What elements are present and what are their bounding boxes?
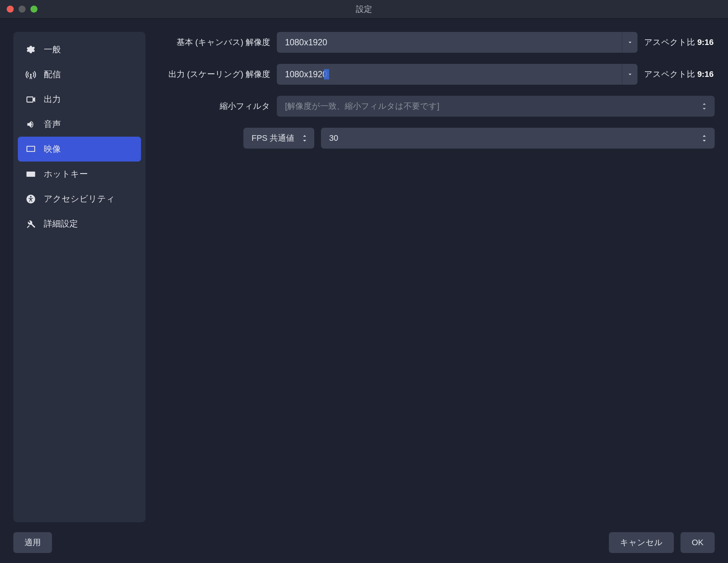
- output-resolution-label: 出力 (スケーリング) 解像度: [159, 69, 270, 80]
- output-resolution-combo[interactable]: 1080x1920: [277, 64, 637, 85]
- chevron-up-icon: [302, 134, 307, 138]
- downscale-filter-select[interactable]: [解像度が一致、縮小フィルタは不要です]: [277, 96, 715, 117]
- output-resolution-input[interactable]: 1080x1920: [277, 64, 622, 85]
- downscale-filter-stepper[interactable]: [698, 102, 711, 111]
- content-area: 一般 配信 出力 音声: [0, 19, 728, 522]
- close-window-icon[interactable]: [7, 6, 14, 13]
- maximize-window-icon[interactable]: [30, 6, 37, 13]
- downscale-filter-value: [解像度が一致、縮小フィルタは不要です]: [285, 101, 698, 112]
- sidebar-item-label: 一般: [44, 44, 61, 55]
- base-resolution-combo[interactable]: 1080x1920: [277, 32, 637, 53]
- settings-window: 設定 一般 配信 出力: [0, 0, 728, 563]
- chevron-down-icon: [702, 107, 707, 111]
- window-controls: [0, 6, 37, 13]
- tools-icon: [25, 218, 36, 230]
- fps-value-stepper[interactable]: [698, 134, 711, 143]
- row-base-resolution: 基本 (キャンバス) 解像度 1080x1920 アスペクト比 9:16: [159, 32, 715, 53]
- aspect-label: アスペクト比: [644, 69, 695, 79]
- row-output-resolution: 出力 (スケーリング) 解像度 1080x1920 アスペクト比 9:16: [159, 64, 715, 85]
- window-title: 設定: [356, 4, 372, 15]
- accessibility-icon: [25, 193, 36, 205]
- chevron-down-icon: [627, 71, 633, 78]
- chevron-down-icon: [702, 139, 707, 143]
- footer: 適用 キャンセル OK: [0, 522, 728, 563]
- sidebar-item-label: 配信: [44, 69, 61, 80]
- monitor-icon: [25, 144, 36, 155]
- sidebar-item-label: 出力: [44, 94, 61, 105]
- sidebar-item-label: 詳細設定: [44, 218, 78, 230]
- titlebar: 設定: [0, 0, 728, 19]
- sidebar-item-output[interactable]: 出力: [18, 87, 141, 112]
- chevron-down-icon: [302, 139, 307, 143]
- cancel-button[interactable]: キャンセル: [609, 532, 674, 553]
- keyboard-icon: [25, 169, 36, 180]
- sidebar-item-label: 映像: [44, 143, 61, 155]
- row-fps: FPS 共通値 30: [159, 128, 715, 149]
- aspect-value: 9:16: [697, 38, 714, 47]
- output-resolution-aspect: アスペクト比 9:16: [644, 69, 715, 80]
- fps-type-label: FPS 共通値: [252, 133, 294, 144]
- sidebar-item-label: ホットキー: [44, 168, 88, 180]
- sidebar-item-hotkeys[interactable]: ホットキー: [18, 162, 141, 186]
- base-resolution-label: 基本 (キャンバス) 解像度: [159, 37, 270, 48]
- sidebar-item-video[interactable]: 映像: [18, 137, 141, 162]
- main-panel: 基本 (キャンバス) 解像度 1080x1920 アスペクト比 9:16 出力 …: [159, 32, 715, 522]
- output-icon: [25, 94, 36, 105]
- speaker-icon: [25, 119, 36, 130]
- sidebar-item-label: 音声: [44, 118, 61, 130]
- output-resolution-dropdown-button[interactable]: [622, 64, 637, 85]
- aspect-label: アスペクト比: [644, 38, 695, 47]
- base-resolution-dropdown-button[interactable]: [622, 32, 637, 53]
- downscale-filter-label: 縮小フィルタ: [159, 101, 270, 112]
- sidebar-item-label: アクセシビリティ: [44, 193, 115, 205]
- sidebar-item-stream[interactable]: 配信: [18, 62, 141, 87]
- minimize-window-icon[interactable]: [19, 6, 26, 13]
- fps-type-select[interactable]: FPS 共通値: [243, 128, 314, 149]
- aspect-value: 9:16: [697, 69, 714, 79]
- sidebar-item-advanced[interactable]: 詳細設定: [18, 211, 141, 236]
- base-resolution-aspect: アスペクト比 9:16: [644, 37, 715, 48]
- ok-button[interactable]: OK: [681, 532, 715, 553]
- base-resolution-input[interactable]: 1080x1920: [277, 32, 622, 53]
- sidebar-item-general[interactable]: 一般: [18, 37, 141, 62]
- gear-icon: [25, 44, 36, 55]
- sidebar: 一般 配信 出力 音声: [13, 32, 145, 522]
- fps-value-select[interactable]: 30: [321, 128, 715, 149]
- sidebar-item-accessibility[interactable]: アクセシビリティ: [18, 186, 141, 211]
- antenna-icon: [25, 69, 36, 80]
- row-downscale-filter: 縮小フィルタ [解像度が一致、縮小フィルタは不要です]: [159, 96, 715, 117]
- chevron-up-icon: [702, 102, 707, 106]
- fps-value: 30: [329, 133, 698, 143]
- fps-type-stepper[interactable]: [298, 134, 311, 143]
- sidebar-item-audio[interactable]: 音声: [18, 112, 141, 137]
- chevron-up-icon: [702, 134, 707, 138]
- apply-button[interactable]: 適用: [13, 532, 52, 553]
- chevron-down-icon: [627, 39, 633, 46]
